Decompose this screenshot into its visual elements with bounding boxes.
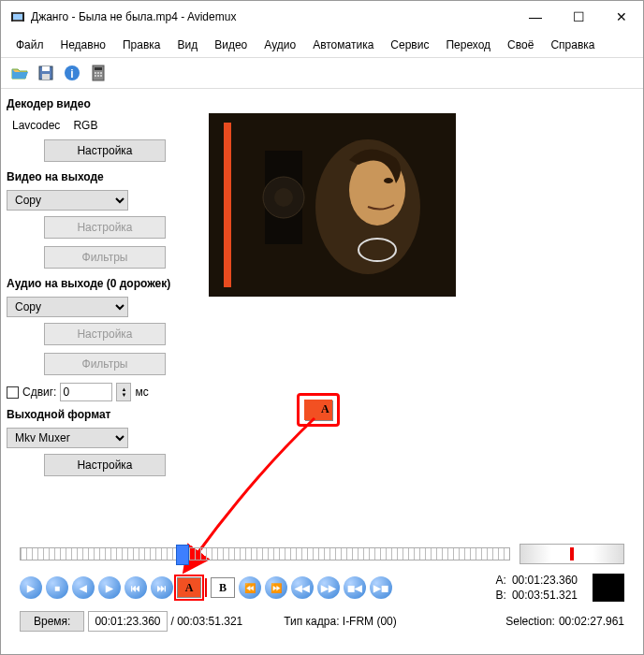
- stop-button[interactable]: ■: [46, 576, 68, 599]
- next-keyframe-button[interactable]: ⏭: [151, 576, 173, 599]
- output-format-settings-button[interactable]: Настройка: [44, 454, 166, 476]
- menu-video[interactable]: Видео: [207, 35, 255, 55]
- selection-label: Selection:: [505, 615, 555, 628]
- prev-cut-button[interactable]: ◀◀: [291, 576, 314, 599]
- prev-black-button[interactable]: ◼◀: [344, 576, 366, 599]
- bottom-panel: ▶ ■ ◀ ▶ ⏮ ⏭ A B ⏪ ⏩ ◀◀ ▶▶ ◼◀ ▶◼ A:00:01:…: [1, 536, 643, 654]
- marker-divider: [205, 578, 207, 597]
- decoder-settings-button[interactable]: Настройка: [44, 139, 166, 162]
- callout-marker-a: A: [297, 393, 340, 427]
- timeline-track[interactable]: [20, 547, 510, 560]
- playhead[interactable]: [176, 545, 189, 565]
- time-button[interactable]: Время:: [20, 611, 84, 632]
- callout-letter: A: [304, 400, 332, 420]
- toolbar: i: [1, 57, 643, 89]
- info-icon[interactable]: i: [61, 62, 83, 84]
- decoder-format: RGB: [73, 119, 97, 132]
- menu-help[interactable]: Справка: [543, 35, 602, 55]
- svg-rect-5: [42, 66, 50, 71]
- right-panel: [209, 95, 637, 478]
- decoder-title: Декодер видео: [7, 95, 203, 113]
- goto-a-button[interactable]: ⏪: [239, 576, 261, 599]
- svg-point-25: [274, 188, 293, 207]
- video-out-select[interactable]: Copy: [7, 190, 128, 211]
- window-controls: — ☐ ✕: [514, 3, 643, 31]
- left-panel: Декодер видео Lavcodec RGB Настройка Вид…: [7, 95, 203, 478]
- marker-b-label: B:: [496, 589, 506, 602]
- svg-rect-11: [95, 72, 96, 74]
- open-icon[interactable]: [8, 62, 31, 84]
- decoder-info: Lavcodec RGB: [7, 117, 203, 134]
- selection-value: 00:02:27.961: [559, 615, 624, 628]
- output-format-title: Выходной формат: [7, 405, 203, 424]
- timeline-row: [20, 544, 624, 564]
- svg-rect-18: [224, 123, 231, 287]
- shift-spinner[interactable]: ▲▼: [116, 383, 131, 401]
- svg-rect-3: [22, 12, 24, 22]
- app-icon: [10, 9, 25, 24]
- menu-tools[interactable]: Сервис: [383, 35, 436, 55]
- close-button[interactable]: ✕: [600, 3, 643, 31]
- titlebar: Джанго - Была не была.mp4 - Avidemux — ☐…: [1, 1, 643, 33]
- marker-info: A:00:01:23.360 B:00:03:51.321: [496, 574, 578, 602]
- output-format-select[interactable]: Mkv Muxer: [7, 428, 128, 448]
- menu-auto[interactable]: Автоматика: [305, 35, 381, 55]
- play-button[interactable]: ▶: [20, 576, 42, 599]
- maximize-button[interactable]: ☐: [557, 3, 600, 31]
- menu-recent[interactable]: Недавно: [53, 35, 113, 55]
- decoder-codec: Lavcodec: [12, 119, 60, 132]
- marker-a-label: A:: [496, 574, 506, 587]
- shift-unit: мс: [135, 386, 148, 399]
- jog-wheel[interactable]: [520, 544, 624, 564]
- window-title: Джанго - Была не была.mp4 - Avidemux: [31, 10, 236, 23]
- goto-b-button[interactable]: ⏩: [265, 576, 287, 599]
- prev-frame-button[interactable]: ◀: [72, 576, 95, 599]
- svg-rect-10: [95, 67, 102, 70]
- set-marker-b-button[interactable]: B: [211, 577, 235, 598]
- menu-go[interactable]: Переход: [438, 35, 498, 55]
- video-out-settings-button[interactable]: Настройка: [44, 216, 166, 239]
- video-out-title: Видео на выходе: [7, 167, 203, 186]
- shift-checkbox[interactable]: [7, 386, 19, 399]
- set-marker-a-button[interactable]: A: [177, 577, 201, 598]
- prev-keyframe-button[interactable]: ⏮: [124, 576, 147, 599]
- video-out-filters-button[interactable]: Фильтры: [44, 246, 166, 269]
- video-frame-content: [209, 113, 456, 297]
- svg-text:i: i: [70, 67, 73, 80]
- next-black-button[interactable]: ▶◼: [370, 576, 392, 599]
- titlebar-left: Джанго - Была не была.mp4 - Avidemux: [10, 9, 236, 24]
- menu-edit[interactable]: Правка: [115, 35, 168, 55]
- calc-icon[interactable]: [87, 62, 110, 84]
- app-window: Джанго - Была не была.mp4 - Avidemux — ☐…: [0, 0, 644, 655]
- audio-out-select[interactable]: Copy: [7, 297, 128, 317]
- svg-rect-6: [42, 74, 50, 80]
- time-row: Время: 00:01:23.360 / 00:03:51.321 Тип к…: [20, 611, 624, 632]
- svg-rect-13: [100, 72, 102, 74]
- menu-audio[interactable]: Аудио: [256, 35, 303, 55]
- time-total: / 00:03:51.321: [171, 615, 243, 628]
- menu-custom[interactable]: Своё: [500, 35, 541, 55]
- shift-input[interactable]: [60, 383, 112, 401]
- audio-out-filters-button[interactable]: Фильтры: [44, 353, 166, 375]
- video-preview: [209, 113, 456, 297]
- menubar: Файл Недавно Правка Вид Видео Аудио Авто…: [1, 33, 643, 57]
- minimize-button[interactable]: —: [514, 3, 557, 31]
- svg-rect-15: [97, 75, 99, 77]
- menu-file[interactable]: Файл: [8, 35, 51, 55]
- save-icon[interactable]: [35, 62, 57, 84]
- shift-label: Сдвиг:: [22, 386, 56, 399]
- time-current[interactable]: 00:01:23.360: [88, 611, 167, 632]
- frame-type: Тип кадра: I-FRM (00): [284, 615, 397, 628]
- menu-view[interactable]: Вид: [170, 35, 206, 55]
- svg-rect-12: [97, 72, 99, 74]
- preview-thumb: [593, 574, 624, 602]
- next-cut-button[interactable]: ▶▶: [317, 576, 340, 599]
- svg-rect-16: [100, 75, 102, 77]
- jog-center-mark: [570, 547, 574, 560]
- svg-rect-14: [95, 75, 96, 77]
- audio-out-settings-button[interactable]: Настройка: [44, 323, 166, 345]
- next-frame-button[interactable]: ▶: [98, 576, 121, 599]
- marker-a-value: 00:01:23.360: [512, 574, 578, 587]
- svg-rect-2: [11, 12, 13, 22]
- svg-rect-1: [13, 14, 22, 20]
